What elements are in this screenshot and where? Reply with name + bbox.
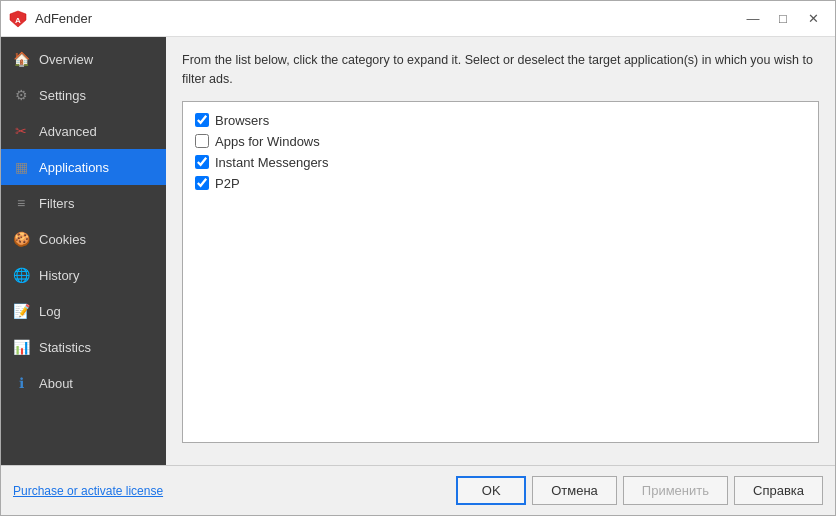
sidebar-label-applications: Applications: [39, 160, 109, 175]
cookies-icon: 🍪: [11, 229, 31, 249]
footer-buttons: OK Отмена Применить Справка: [456, 476, 823, 505]
applications-icon: ▦: [11, 157, 31, 177]
sidebar-label-history: History: [39, 268, 79, 283]
app-icon: A: [9, 10, 27, 28]
description-text: From the list below, click the category …: [182, 51, 819, 89]
sidebar-label-log: Log: [39, 304, 61, 319]
window-title: AdFender: [35, 11, 739, 26]
list-item-apps-windows: Apps for Windows: [191, 131, 810, 152]
sidebar-label-filters: Filters: [39, 196, 74, 211]
sidebar-label-overview: Overview: [39, 52, 93, 67]
sidebar-item-log[interactable]: 📝 Log: [1, 293, 166, 329]
checkbox-p2p[interactable]: [195, 176, 209, 190]
sidebar-item-cookies[interactable]: 🍪 Cookies: [1, 221, 166, 257]
sidebar-item-statistics[interactable]: 📊 Statistics: [1, 329, 166, 365]
history-icon: 🌐: [11, 265, 31, 285]
license-link[interactable]: Purchase or activate license: [13, 484, 163, 498]
sidebar-item-settings[interactable]: ⚙ Settings: [1, 77, 166, 113]
sidebar-label-settings: Settings: [39, 88, 86, 103]
sidebar: 🏠 Overview ⚙ Settings ✂ Advanced ▦ Appli…: [1, 37, 166, 465]
label-browsers: Browsers: [215, 113, 269, 128]
overview-icon: 🏠: [11, 49, 31, 69]
list-item-p2p: P2P: [191, 173, 810, 194]
about-icon: ℹ: [11, 373, 31, 393]
sidebar-item-applications[interactable]: ▦ Applications: [1, 149, 166, 185]
close-button[interactable]: ✕: [799, 7, 827, 31]
applications-list: Browsers Apps for Windows Instant Messen…: [182, 101, 819, 444]
main-content: 🏠 Overview ⚙ Settings ✂ Advanced ▦ Appli…: [1, 37, 835, 465]
sidebar-item-history[interactable]: 🌐 History: [1, 257, 166, 293]
filters-icon: ≡: [11, 193, 31, 213]
footer-bar: Purchase or activate license OK Отмена П…: [1, 465, 835, 515]
sidebar-label-advanced: Advanced: [39, 124, 97, 139]
label-instant-messengers: Instant Messengers: [215, 155, 328, 170]
sidebar-item-advanced[interactable]: ✂ Advanced: [1, 113, 166, 149]
checkbox-apps-windows[interactable]: [195, 134, 209, 148]
checkbox-instant-messengers[interactable]: [195, 155, 209, 169]
sidebar-label-about: About: [39, 376, 73, 391]
checkbox-browsers[interactable]: [195, 113, 209, 127]
window-controls: — □ ✕: [739, 7, 827, 31]
content-area: From the list below, click the category …: [166, 37, 835, 465]
svg-text:A: A: [15, 16, 21, 25]
minimize-button[interactable]: —: [739, 7, 767, 31]
list-item-instant-messengers: Instant Messengers: [191, 152, 810, 173]
label-p2p: P2P: [215, 176, 240, 191]
cancel-button[interactable]: Отмена: [532, 476, 617, 505]
title-bar: A AdFender — □ ✕: [1, 1, 835, 37]
help-button[interactable]: Справка: [734, 476, 823, 505]
advanced-icon: ✂: [11, 121, 31, 141]
ok-button[interactable]: OK: [456, 476, 526, 505]
log-icon: 📝: [11, 301, 31, 321]
statistics-icon: 📊: [11, 337, 31, 357]
sidebar-label-statistics: Statistics: [39, 340, 91, 355]
sidebar-label-cookies: Cookies: [39, 232, 86, 247]
apply-button[interactable]: Применить: [623, 476, 728, 505]
maximize-button[interactable]: □: [769, 7, 797, 31]
sidebar-item-overview[interactable]: 🏠 Overview: [1, 41, 166, 77]
sidebar-item-filters[interactable]: ≡ Filters: [1, 185, 166, 221]
main-window: A AdFender — □ ✕ 🏠 Overview ⚙ Settings ✂…: [0, 0, 836, 516]
list-item-browsers: Browsers: [191, 110, 810, 131]
label-apps-windows: Apps for Windows: [215, 134, 320, 149]
sidebar-item-about[interactable]: ℹ About: [1, 365, 166, 401]
settings-icon: ⚙: [11, 85, 31, 105]
